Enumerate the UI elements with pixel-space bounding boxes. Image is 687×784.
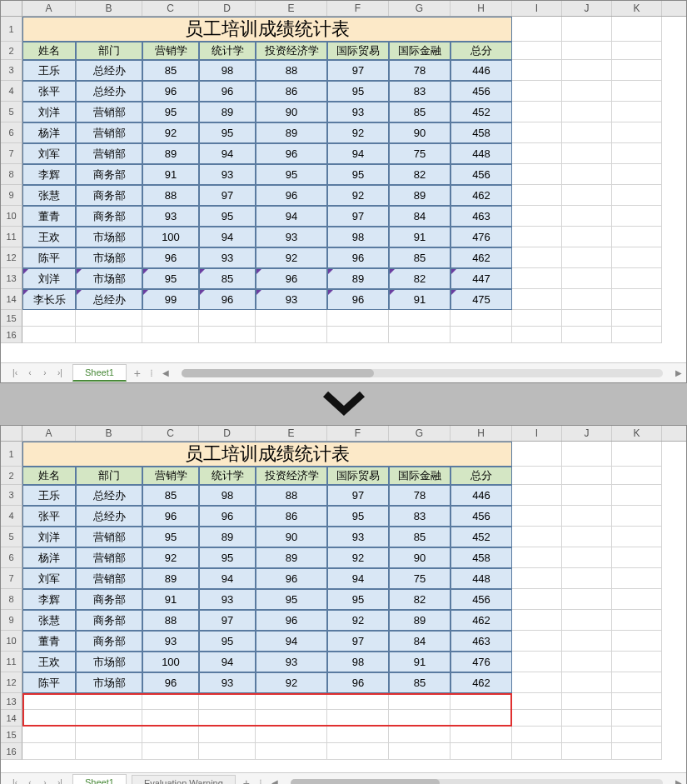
empty-cell[interactable] <box>562 310 612 327</box>
empty-cell[interactable] <box>389 727 451 743</box>
empty-cell[interactable] <box>327 710 389 727</box>
cell-name[interactable]: 刘军 <box>22 143 76 164</box>
cell-value[interactable]: 90 <box>389 122 451 143</box>
row-header[interactable]: 14 <box>1 710 22 727</box>
empty-cell[interactable] <box>562 710 612 727</box>
cell-total[interactable]: 452 <box>451 102 512 122</box>
cell-value[interactable]: 96 <box>199 289 256 310</box>
cell-value[interactable]: 89 <box>142 568 199 589</box>
row-header[interactable]: 10 <box>1 206 22 227</box>
cell-value[interactable]: 86 <box>256 81 327 102</box>
empty-cell[interactable] <box>142 693 199 710</box>
header-col5[interactable]: 投资经济学 <box>256 42 327 60</box>
cell-value[interactable]: 97 <box>327 631 389 652</box>
scroll-left[interactable]: ◀ <box>268 777 281 785</box>
empty-cell[interactable] <box>22 743 76 760</box>
cell-name[interactable]: 王欢 <box>22 652 76 672</box>
cell-value[interactable]: 97 <box>327 60 389 81</box>
cell-value[interactable]: 89 <box>199 527 256 547</box>
empty-cell[interactable] <box>327 327 389 343</box>
row-header[interactable]: 7 <box>1 568 22 589</box>
header-total[interactable]: 总分 <box>451 42 512 60</box>
cell-value[interactable]: 91 <box>389 289 451 310</box>
nav-next[interactable]: › <box>38 367 52 380</box>
header-col6[interactable]: 国际贸易 <box>327 42 389 60</box>
row-header[interactable]: 5 <box>1 102 22 122</box>
cell-value[interactable]: 92 <box>327 610 389 631</box>
cell-dept[interactable]: 商务部 <box>76 610 142 631</box>
row-header[interactable]: 7 <box>1 143 22 164</box>
cell-dept[interactable]: 商务部 <box>76 206 142 227</box>
cell-name[interactable]: 陈平 <box>22 672 76 693</box>
header-col3[interactable]: 营销学 <box>142 467 199 485</box>
col-header-A[interactable]: A <box>22 1 76 16</box>
cell-name[interactable]: 刘军 <box>22 568 76 589</box>
cell-value[interactable]: 95 <box>142 102 199 122</box>
empty-cell[interactable] <box>612 727 662 743</box>
empty-cell[interactable] <box>22 693 76 710</box>
cell-name[interactable]: 李长乐 <box>22 289 76 310</box>
cell-dept[interactable]: 市场部 <box>76 247 142 268</box>
cell-value[interactable]: 89 <box>256 547 327 568</box>
cell-value[interactable]: 100 <box>142 227 199 247</box>
empty-cell[interactable] <box>199 327 256 343</box>
row-header[interactable]: 11 <box>1 652 22 672</box>
col-header-C[interactable]: C <box>142 1 199 16</box>
cell-value[interactable]: 93 <box>327 102 389 122</box>
header-name[interactable]: 姓名 <box>22 467 76 485</box>
empty-cell[interactable] <box>512 693 562 710</box>
cell-name[interactable]: 董青 <box>22 206 76 227</box>
cell-value[interactable]: 82 <box>389 164 451 185</box>
cell-value[interactable]: 95 <box>199 547 256 568</box>
row-header[interactable]: 10 <box>1 631 22 652</box>
row-header[interactable]: 3 <box>1 485 22 506</box>
table-title[interactable]: 员工培训成绩统计表 <box>22 442 512 467</box>
cell-name[interactable]: 董青 <box>22 631 76 652</box>
cell-value[interactable]: 96 <box>256 143 327 164</box>
empty-cell[interactable] <box>562 327 612 343</box>
cell-dept[interactable]: 商务部 <box>76 185 142 206</box>
h-scrollbar[interactable] <box>182 369 663 377</box>
cell-value[interactable]: 92 <box>142 547 199 568</box>
cell-dept[interactable]: 总经办 <box>76 289 142 310</box>
col-header-E[interactable]: E <box>256 1 327 16</box>
cell-total[interactable]: 476 <box>451 227 512 247</box>
header-col4[interactable]: 统计学 <box>199 42 256 60</box>
header-name[interactable]: 姓名 <box>22 42 76 60</box>
empty-cell[interactable] <box>22 327 76 343</box>
empty-cell[interactable] <box>562 693 612 710</box>
empty-cell[interactable] <box>451 727 512 743</box>
row-header[interactable]: 11 <box>1 227 22 247</box>
cell-value[interactable]: 95 <box>142 268 199 289</box>
cell-value[interactable]: 96 <box>256 268 327 289</box>
empty-cell[interactable] <box>389 693 451 710</box>
cell-value[interactable]: 94 <box>199 143 256 164</box>
cell-value[interactable]: 92 <box>256 247 327 268</box>
cell-value[interactable]: 94 <box>256 206 327 227</box>
empty-cell[interactable] <box>199 727 256 743</box>
cell-value[interactable]: 89 <box>389 185 451 206</box>
cell-value[interactable]: 96 <box>142 247 199 268</box>
cell-value[interactable]: 95 <box>256 164 327 185</box>
empty-cell[interactable] <box>256 710 327 727</box>
header-total[interactable]: 总分 <box>451 467 512 485</box>
empty-cell[interactable] <box>76 310 142 327</box>
empty-cell[interactable] <box>327 743 389 760</box>
cell-total[interactable]: 448 <box>451 143 512 164</box>
cell-value[interactable]: 95 <box>327 506 389 527</box>
nav-prev[interactable]: ‹ <box>23 367 37 380</box>
empty-cell[interactable] <box>142 310 199 327</box>
header-col6[interactable]: 国际贸易 <box>327 467 389 485</box>
tab-evaluation-warning[interactable]: Evaluation Warning <box>132 775 236 785</box>
cell-value[interactable]: 93 <box>256 227 327 247</box>
cell-value[interactable]: 75 <box>389 143 451 164</box>
cell-name[interactable]: 张平 <box>22 506 76 527</box>
empty-cell[interactable] <box>256 743 327 760</box>
cell-value[interactable]: 91 <box>142 589 199 610</box>
cell-value[interactable]: 89 <box>327 268 389 289</box>
row-header-1[interactable]: 1 <box>1 17 22 42</box>
cell-value[interactable]: 90 <box>256 102 327 122</box>
h-scrollbar[interactable] <box>291 779 663 785</box>
cell-name[interactable]: 王乐 <box>22 60 76 81</box>
empty-cell[interactable] <box>327 727 389 743</box>
